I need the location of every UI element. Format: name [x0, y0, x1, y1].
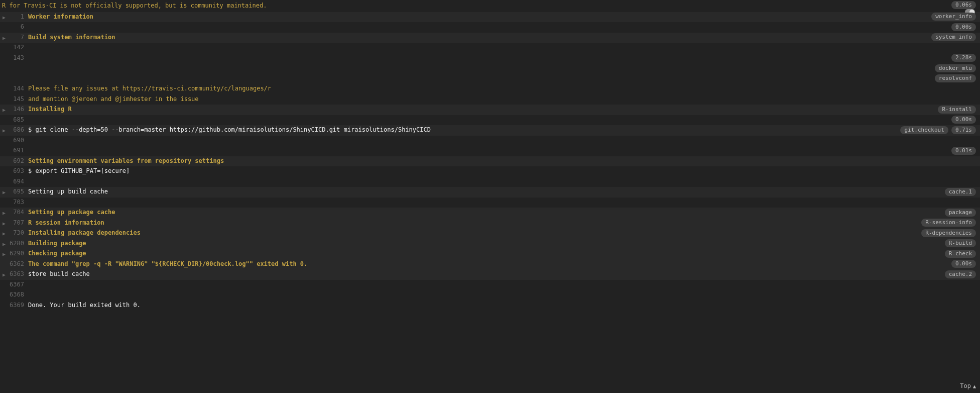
- line-number[interactable]: 704: [8, 208, 28, 218]
- expand-arrow-icon[interactable]: ▶: [0, 187, 8, 198]
- log-line: ▶692Setting environment variables from r…: [0, 156, 980, 167]
- log-line: ▶694: [0, 177, 980, 187]
- line-badges: R-session-info: [921, 218, 976, 228]
- log-badge: R-install: [938, 106, 976, 114]
- log-line: ▶145and mention @jeroen and @jimhester i…: [0, 94, 980, 105]
- log-text: Setting environment variables from repos…: [28, 156, 976, 166]
- line-badges: resolvconf: [935, 74, 976, 84]
- line-number[interactable]: 7: [8, 33, 28, 43]
- log-badge: 0.00s: [951, 260, 976, 268]
- log-line: ▶6363store build cachecache.2: [0, 269, 980, 280]
- line-badges: 2.28s: [951, 53, 976, 63]
- log-badge: 0.71s: [951, 126, 976, 134]
- log-line: ▶6368: [0, 290, 980, 301]
- log-badge: 2.28s: [951, 54, 976, 62]
- line-number[interactable]: 694: [8, 177, 28, 187]
- line-badges: package: [945, 208, 976, 218]
- log-text: The command "grep -q -R "WARNING" "${RCH…: [28, 259, 976, 269]
- line-number[interactable]: 6367: [8, 280, 28, 290]
- line-number[interactable]: 6368: [8, 290, 28, 300]
- line-number[interactable]: 6362: [8, 259, 28, 269]
- expand-arrow-icon[interactable]: ▶: [0, 33, 8, 43]
- expand-arrow-icon[interactable]: ▶: [0, 269, 8, 280]
- expand-arrow-icon[interactable]: ▶: [0, 105, 8, 115]
- log-line: ▶704Setting up package cachepackage: [0, 208, 980, 218]
- log-line: ▶730Installing package dependenciesR-dep…: [0, 228, 980, 239]
- log-line: ▶142: [0, 43, 980, 53]
- line-number[interactable]: 144: [8, 84, 28, 94]
- log-text: Setting up package cache: [28, 208, 976, 218]
- line-number[interactable]: 693: [8, 166, 28, 176]
- log-line: ▶6910.01s: [0, 146, 980, 156]
- header-warning: R for Travis-CI is not officially suppor…: [2, 2, 267, 9]
- line-number[interactable]: 6: [8, 22, 28, 32]
- log-text: Setting up build cache: [28, 187, 976, 197]
- line-badges: system_info: [931, 33, 976, 43]
- line-number[interactable]: 691: [8, 146, 28, 156]
- log-badge: resolvconf: [935, 74, 976, 82]
- log-line: ▶resolvconf: [0, 74, 980, 84]
- log-line: ▶7Build system informationsystem_info: [0, 33, 980, 43]
- line-number[interactable]: 6369: [8, 301, 28, 311]
- expand-arrow-icon[interactable]: ▶: [0, 228, 8, 239]
- log-text: R session information: [28, 218, 976, 228]
- log-line: ▶60.00s: [0, 22, 980, 33]
- line-number[interactable]: 6280: [8, 239, 28, 249]
- log-text: Installing package dependencies: [28, 228, 976, 238]
- log-text: Build system information: [28, 33, 976, 43]
- log-line: ▶docker_mtu: [0, 63, 980, 74]
- line-number[interactable]: 707: [8, 218, 28, 228]
- header-time-badge: 0.06s: [951, 1, 976, 9]
- log-line: ▶144Please file any issues at https://tr…: [0, 84, 980, 94]
- line-number[interactable]: 703: [8, 198, 28, 208]
- line-badges: R-build: [945, 239, 976, 249]
- line-badges: 0.00s: [951, 259, 976, 269]
- log-text: Building package: [28, 239, 976, 249]
- expand-arrow-icon[interactable]: ▶: [0, 12, 8, 23]
- log-badge: system_info: [931, 33, 976, 41]
- line-badges: cache.2: [945, 269, 976, 279]
- log-text: Worker information: [28, 12, 976, 22]
- log-text: and mention @jeroen and @jimhester in th…: [28, 94, 976, 105]
- line-badges: R-check: [945, 249, 976, 259]
- log-badge: R-dependencies: [921, 229, 976, 237]
- line-number[interactable]: 695: [8, 187, 28, 197]
- log-line: ▶707R session informationR-session-info: [0, 218, 980, 229]
- line-number[interactable]: 690: [8, 136, 28, 146]
- log-text: Installing R: [28, 105, 976, 115]
- line-badges: cache.1: [945, 187, 976, 197]
- line-badges: docker_mtu: [935, 63, 976, 73]
- expand-arrow-icon[interactable]: ▶: [0, 218, 8, 229]
- line-number[interactable]: 730: [8, 228, 28, 238]
- log-text: $ git clone --depth=50 --branch=master h…: [28, 125, 976, 135]
- line-number[interactable]: 6363: [8, 269, 28, 279]
- log-line: ▶6850.00s: [0, 115, 980, 126]
- line-number[interactable]: 686: [8, 125, 28, 135]
- line-badges: 0.00s: [951, 115, 976, 125]
- expand-arrow-icon[interactable]: ▶: [0, 239, 8, 249]
- line-number[interactable]: 145: [8, 94, 28, 105]
- log-line: ▶6362The command "grep -q -R "WARNING" "…: [0, 259, 980, 270]
- log-header: R for Travis-CI is not officially suppor…: [0, 0, 980, 12]
- log-text: $ export GITHUB_PAT=[secure]: [28, 166, 976, 176]
- line-badges: R-install: [938, 105, 976, 115]
- line-number[interactable]: 146: [8, 105, 28, 115]
- line-number[interactable]: 685: [8, 115, 28, 125]
- expand-arrow-icon[interactable]: ▶: [0, 249, 8, 259]
- log-line: ▶6367: [0, 280, 980, 290]
- log-badge: docker_mtu: [935, 64, 976, 72]
- log-text: Checking package: [28, 249, 976, 259]
- expand-arrow-icon[interactable]: ▶: [0, 208, 8, 218]
- log-line: ▶146Installing RR-install: [0, 105, 980, 115]
- line-number[interactable]: 6290: [8, 249, 28, 259]
- log-text: store build cache: [28, 269, 976, 279]
- line-number[interactable]: 142: [8, 43, 28, 53]
- log-badge: package: [945, 209, 976, 217]
- line-number[interactable]: 143: [8, 53, 28, 63]
- log-line: ▶695Setting up build cachecache.1: [0, 187, 980, 198]
- log-output: ▶1Worker informationworker_info▶60.00s▶7…: [0, 12, 980, 311]
- line-number[interactable]: 692: [8, 156, 28, 166]
- expand-arrow-icon[interactable]: ▶: [0, 125, 8, 136]
- line-number[interactable]: 1: [8, 12, 28, 22]
- line-badges: 0.01s: [951, 146, 976, 156]
